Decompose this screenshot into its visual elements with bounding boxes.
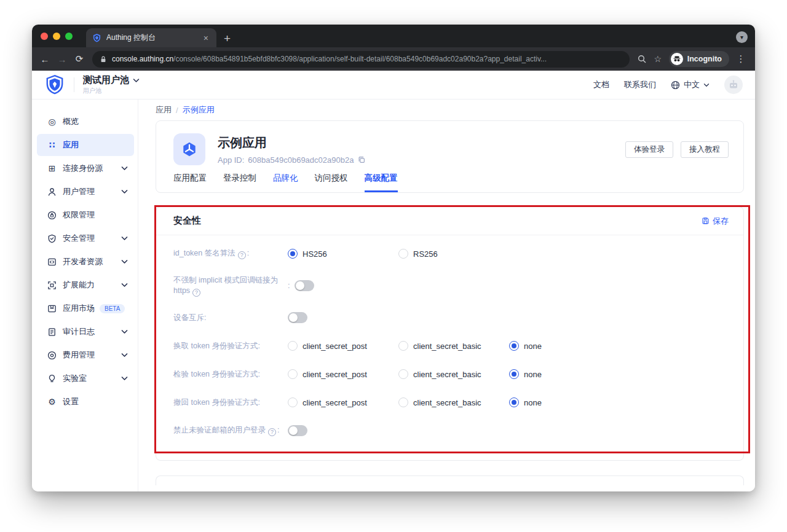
radio-option-rs256[interactable]: RS256 bbox=[398, 249, 509, 259]
app-id-row: App ID: 608ba549c0b69adc02a90b2a bbox=[218, 155, 366, 165]
radio-icon bbox=[288, 249, 298, 259]
tab-advanced-settings[interactable]: 高级配置 bbox=[365, 173, 398, 192]
device-mutex-toggle[interactable] bbox=[288, 312, 307, 323]
form-row-id-token-alg: id_token 签名算法?: HS256 RS256 bbox=[173, 244, 729, 264]
workspace-switcher[interactable]: 测试用户池 用户池 bbox=[83, 74, 140, 95]
sidebar-item-billing[interactable]: 费用管理 bbox=[37, 344, 134, 366]
document-lines-icon bbox=[47, 327, 57, 337]
url-text: console.authing.cn/console/608ba54891b5e… bbox=[112, 55, 547, 63]
sidebar-item-applications[interactable]: ∷ 应用 bbox=[37, 134, 134, 156]
save-icon bbox=[702, 217, 710, 225]
globe-icon bbox=[671, 80, 680, 90]
chevron-down-icon bbox=[121, 236, 128, 241]
language-label: 中文 bbox=[684, 79, 700, 90]
sidebar-item-label: 安全管理 bbox=[63, 233, 95, 244]
incognito-badge: Incognito bbox=[669, 51, 729, 67]
help-icon[interactable]: ? bbox=[192, 289, 200, 297]
avatar[interactable] bbox=[724, 76, 743, 94]
sidebar-item-label: 费用管理 bbox=[63, 350, 95, 361]
help-icon[interactable]: ? bbox=[268, 428, 276, 436]
app-header-card: 示例应用 App ID: 608ba549c0b69adc02a90b2a 体验… bbox=[156, 120, 744, 193]
radio-icon bbox=[398, 341, 408, 351]
app-id-value: 608ba549c0b69adc02a90b2a bbox=[248, 155, 354, 165]
app-actions: 体验登录 接入教程 bbox=[625, 141, 729, 158]
sidebar-item-developer-resources[interactable]: 开发者资源 bbox=[37, 251, 134, 273]
radio-option-client-secret-post[interactable]: client_secret_post bbox=[288, 341, 398, 351]
breadcrumb-separator: / bbox=[176, 106, 178, 115]
url-bar[interactable]: console.authing.cn/console/608ba54891b5e… bbox=[92, 51, 630, 68]
minimize-window-button[interactable] bbox=[53, 33, 60, 40]
contact-link[interactable]: 联系我们 bbox=[624, 79, 656, 90]
bookmark-star-icon[interactable]: ☆ bbox=[651, 52, 665, 66]
sidebar-item-label: 开发者资源 bbox=[63, 256, 103, 267]
sidebar-item-audit-logs[interactable]: 审计日志 bbox=[37, 321, 134, 343]
radio-icon bbox=[509, 369, 519, 379]
sidebar-item-overview[interactable]: ◎ 概览 bbox=[37, 111, 134, 133]
tab-login-control[interactable]: 登录控制 bbox=[223, 173, 256, 192]
forward-icon[interactable]: → bbox=[54, 51, 70, 67]
expand-corners-icon bbox=[47, 281, 57, 290]
breadcrumb-parent[interactable]: 应用 bbox=[156, 104, 172, 115]
tab-strip: Authing 控制台 × + ▾ bbox=[32, 25, 755, 47]
save-button[interactable]: 保存 bbox=[702, 216, 729, 227]
implicit-https-toggle[interactable] bbox=[295, 280, 314, 291]
field-label: 不强制 implicit 模式回调链接为https? bbox=[173, 275, 288, 297]
radio-icon bbox=[398, 397, 408, 407]
security-card-header: 安全性 保存 bbox=[156, 207, 743, 235]
sidebar-item-settings[interactable]: ⚙ 设置 bbox=[37, 391, 134, 413]
radio-icon bbox=[288, 341, 298, 351]
browser-toolbar: ← → ⟳ console.authing.cn/console/608ba54… bbox=[32, 47, 755, 71]
reload-icon[interactable]: ⟳ bbox=[71, 51, 87, 67]
copy-icon[interactable] bbox=[357, 155, 366, 164]
tab-search-button[interactable]: ▾ bbox=[736, 31, 748, 43]
tab-close-icon[interactable]: × bbox=[202, 33, 210, 44]
radio-option-none[interactable]: none bbox=[509, 341, 620, 351]
code-square-icon bbox=[47, 257, 57, 267]
browser-menu-icon[interactable]: ⋮ bbox=[733, 51, 749, 67]
tutorial-button[interactable]: 接入教程 bbox=[681, 141, 729, 158]
sidebar-item-identity-sources[interactable]: ⊞ 连接身份源 bbox=[37, 157, 134, 179]
security-card: 安全性 保存 id_token 签名算法?: HS256 bbox=[156, 206, 744, 461]
radio-option-hs256[interactable]: HS256 bbox=[288, 249, 398, 259]
radio-option-client-secret-post[interactable]: client_secret_post bbox=[288, 369, 398, 379]
user-icon bbox=[47, 187, 57, 197]
back-icon[interactable]: ← bbox=[37, 51, 53, 67]
chevron-down-icon bbox=[121, 283, 128, 288]
radio-option-client-secret-post[interactable]: client_secret_post bbox=[288, 397, 398, 407]
sidebar-item-extensions[interactable]: 扩展能力 bbox=[37, 274, 134, 296]
sidebar-item-label: 概览 bbox=[63, 116, 79, 127]
radio-option-none[interactable]: none bbox=[509, 397, 620, 407]
radio-option-client-secret-basic[interactable]: client_secret_basic bbox=[398, 341, 509, 351]
tab-app-config[interactable]: 应用配置 bbox=[173, 173, 207, 192]
help-icon[interactable]: ? bbox=[238, 251, 246, 259]
forbid-unverified-email-toggle[interactable] bbox=[288, 425, 307, 436]
sidebar-item-labs[interactable]: 实验室 bbox=[37, 367, 134, 389]
browser-tab[interactable]: Authing 控制台 × bbox=[86, 28, 216, 47]
tab-branding[interactable]: 品牌化 bbox=[273, 173, 298, 192]
next-panel-partial bbox=[156, 475, 744, 485]
language-switcher[interactable]: 中文 bbox=[671, 79, 710, 90]
maximize-window-button[interactable] bbox=[65, 33, 73, 40]
sidebar-item-app-marketplace[interactable]: 应用市场 BETA bbox=[37, 297, 134, 319]
radio-icon bbox=[398, 249, 408, 259]
sidebar-item-security[interactable]: 安全管理 bbox=[37, 227, 134, 249]
sidebar-item-label: 应用 bbox=[63, 139, 79, 151]
radio-option-client-secret-basic[interactable]: client_secret_basic bbox=[398, 397, 509, 407]
new-tab-button[interactable]: + bbox=[224, 33, 231, 44]
sidebar: ◎ 概览 ∷ 应用 ⊞ 连接身份源 用户管理 bbox=[32, 100, 138, 491]
radio-option-client-secret-basic[interactable]: client_secret_basic bbox=[398, 369, 509, 379]
close-window-button[interactable] bbox=[41, 33, 48, 40]
workspace-name: 测试用户池 bbox=[83, 74, 129, 86]
try-login-button[interactable]: 体验登录 bbox=[625, 141, 673, 158]
tab-access-authorization[interactable]: 访问授权 bbox=[315, 173, 348, 192]
main-content: 应用 / 示例应用 示例应用 App ID: 60 bbox=[138, 100, 755, 491]
sidebar-item-user-management[interactable]: 用户管理 bbox=[37, 181, 134, 203]
radio-option-none[interactable]: none bbox=[509, 369, 620, 379]
chevron-down-icon bbox=[121, 376, 128, 381]
search-icon[interactable] bbox=[635, 52, 649, 66]
coin-icon bbox=[47, 351, 57, 360]
docs-link[interactable]: 文档 bbox=[593, 79, 609, 90]
apps-grid-icon: ∷ bbox=[47, 140, 57, 150]
sidebar-item-permissions[interactable]: 权限管理 bbox=[37, 204, 134, 226]
bookmark-box-icon bbox=[47, 304, 57, 313]
